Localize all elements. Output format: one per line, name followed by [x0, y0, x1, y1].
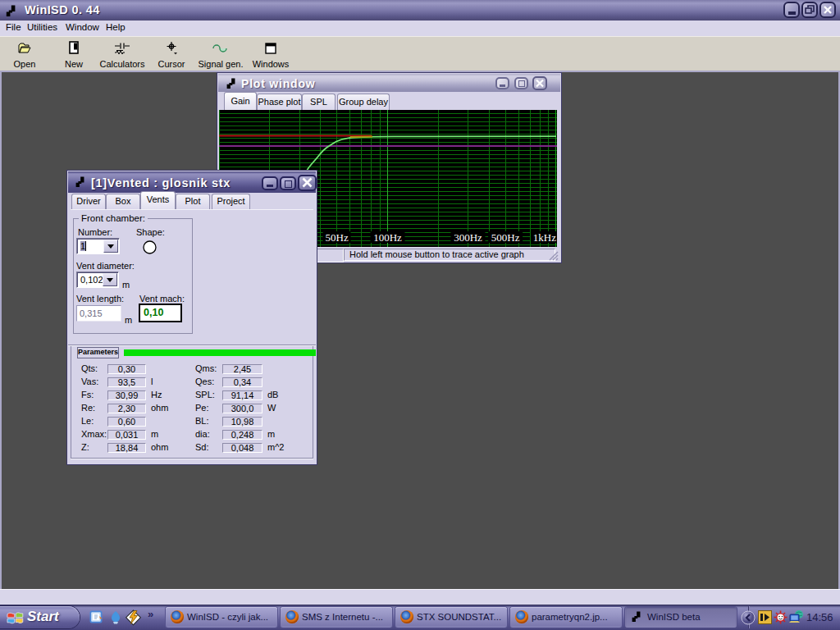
svg-text:300Hz: 300Hz: [454, 231, 482, 244]
svg-text:1kHz: 1kHz: [533, 231, 556, 244]
svg-text:100Hz: 100Hz: [373, 231, 402, 244]
svg-text:500Hz: 500Hz: [491, 231, 520, 244]
svg-text:50Hz: 50Hz: [326, 231, 349, 244]
